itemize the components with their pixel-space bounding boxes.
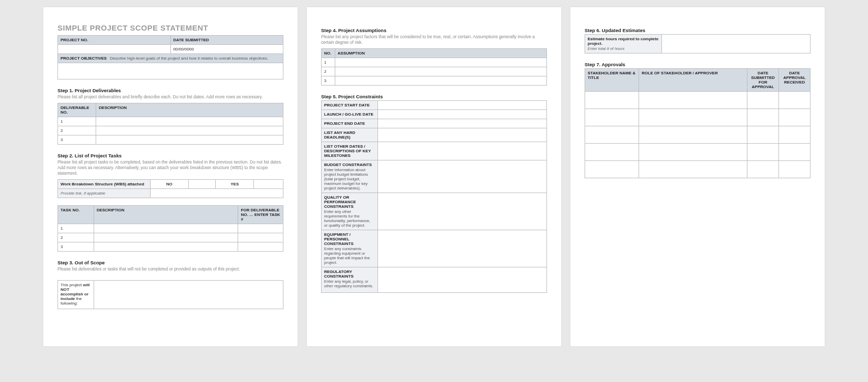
assumption-row-no[interactable]: 2: [322, 67, 335, 76]
deliverables-table: DELIVERABLE NO. DESCRIPTION 1 2 3: [57, 103, 283, 145]
tasks-table: TASK NO. DESCRIPTION FOR DELIVERABLE NO.…: [57, 205, 283, 252]
assumption-row-no[interactable]: 3: [322, 76, 335, 86]
constraint-budget-label: BUDGET CONSTRAINTS Enter information abo…: [322, 160, 378, 193]
constraint-quality-value[interactable]: [378, 193, 546, 230]
constraint-milestones-value[interactable]: [378, 142, 546, 160]
approvals-col-received: DATE APPROVAL RECEIVED: [778, 69, 810, 92]
out-of-scope-table: This project will NOT accomplish or incl…: [57, 280, 283, 309]
task-row-desc[interactable]: [94, 242, 238, 252]
estimates-label: Estimate hours required to complete proj…: [585, 35, 662, 53]
approval-name[interactable]: [585, 161, 639, 178]
document-page-1: SIMPLE PROJECT SCOPE STATEMENT PROJECT N…: [43, 7, 298, 346]
constraint-equipment-value[interactable]: [378, 230, 546, 267]
deliverable-row-desc[interactable]: [96, 117, 283, 126]
approval-role[interactable]: [639, 161, 747, 178]
approval-role[interactable]: [639, 109, 747, 126]
constraint-start-label: PROJECT START DATE: [322, 101, 378, 110]
assumptions-table: NO. ASSUMPTION 1 2 3: [321, 48, 547, 86]
out-of-scope-label: This project will NOT accomplish or incl…: [58, 281, 94, 309]
approval-name[interactable]: [585, 92, 639, 109]
deliverable-row-no[interactable]: 2: [58, 126, 96, 135]
constraint-regulatory-label: REGULATORY CONSTRAINTS Enter any legal, …: [322, 267, 378, 293]
approval-received[interactable]: [778, 161, 810, 178]
project-no-value[interactable]: [58, 45, 171, 54]
wbs-attached-table: Work Breakdown Structure (WBS) attached …: [57, 179, 283, 198]
step7-title: Step 7. Approvals: [585, 62, 811, 67]
deliverable-row-no[interactable]: 1: [58, 117, 96, 126]
assumption-row-text[interactable]: [335, 58, 546, 67]
step1-title: Step 1. Project Deliverables: [57, 88, 283, 93]
wbs-label: Work Breakdown Structure (WBS) attached: [58, 180, 151, 189]
task-row-no[interactable]: 1: [58, 224, 94, 233]
approval-submitted[interactable]: [747, 92, 778, 109]
assumption-row-no[interactable]: 1: [322, 58, 335, 67]
assumption-row-text[interactable]: [335, 67, 546, 76]
constraint-start-value[interactable]: [378, 101, 546, 110]
step3-desc: Please list deliverables or tasks that w…: [57, 266, 283, 272]
task-row-for[interactable]: [238, 233, 283, 242]
constraints-table: PROJECT START DATE LAUNCH / GO-LIVE DATE…: [321, 100, 547, 293]
document-page-2: Step 4. Project Assumptions Please list …: [307, 7, 561, 346]
wbs-yes-check[interactable]: [254, 180, 283, 189]
approval-received[interactable]: [778, 126, 810, 144]
wbs-no-check[interactable]: [188, 180, 215, 189]
approval-role[interactable]: [639, 126, 747, 144]
approval-received[interactable]: [778, 144, 810, 161]
approval-name[interactable]: [585, 109, 639, 126]
approval-role[interactable]: [639, 92, 747, 109]
task-row-for[interactable]: [238, 242, 283, 252]
constraint-deadlines-value[interactable]: [378, 128, 546, 142]
step3-title: Step 3. Out of Scope: [57, 260, 283, 265]
task-row-for[interactable]: [238, 224, 283, 233]
assumptions-col-text: ASSUMPTION: [335, 49, 546, 58]
step2-desc: Please list all project tasks to be comp…: [57, 159, 283, 176]
approval-submitted[interactable]: [747, 109, 778, 126]
assumptions-col-no: NO.: [322, 49, 335, 58]
task-row-no[interactable]: 2: [58, 233, 94, 242]
approvals-col-submitted: DATE SUBMITTED FOR APPROVAL: [747, 69, 778, 92]
constraint-golive-value[interactable]: [378, 110, 546, 119]
objectives-value[interactable]: [58, 63, 283, 79]
approval-name[interactable]: [585, 144, 639, 161]
step4-desc: Please list any project factors that wil…: [321, 34, 547, 45]
approval-role[interactable]: [639, 144, 747, 161]
constraint-end-value[interactable]: [378, 119, 546, 128]
constraint-milestones-label: LIST OTHER DATES / DESCRIPTIONS OF KEY M…: [322, 142, 378, 160]
step6-title: Step 6. Updated Estimates: [585, 28, 811, 33]
constraint-budget-value[interactable]: [378, 160, 546, 193]
approval-submitted[interactable]: [747, 126, 778, 144]
deliverable-row-desc[interactable]: [96, 135, 283, 145]
task-row-desc[interactable]: [94, 224, 238, 233]
date-submitted-header: DATE SUBMITTED: [170, 36, 283, 45]
constraint-end-label: PROJECT END DATE: [322, 119, 378, 128]
approval-submitted[interactable]: [747, 144, 778, 161]
deliverable-row-no[interactable]: 3: [58, 135, 96, 145]
task-row-desc[interactable]: [94, 233, 238, 242]
step4-title: Step 4. Project Assumptions: [321, 28, 547, 33]
objectives-header: PROJECT OBJECTIVES Describe high-level g…: [58, 54, 283, 63]
constraint-regulatory-value[interactable]: [378, 267, 546, 293]
tasks-col-desc: DESCRIPTION: [94, 206, 238, 224]
wbs-yes-label: YES: [216, 180, 254, 189]
approvals-table: STAKEHOLDER NAME & TITLE ROLE OF STAKEHO…: [585, 68, 811, 178]
date-submitted-value[interactable]: 00/00/0000: [170, 45, 283, 54]
approval-received[interactable]: [778, 92, 810, 109]
estimates-table: Estimate hours required to complete proj…: [585, 34, 811, 53]
document-title: SIMPLE PROJECT SCOPE STATEMENT: [57, 23, 283, 32]
constraint-quality-label: QUALITY OR PERFORMANCE CONSTRAINTS Enter…: [322, 193, 378, 230]
approval-name[interactable]: [585, 126, 639, 144]
step1-desc: Please list all project deliverables and…: [57, 94, 283, 100]
estimates-value[interactable]: [661, 35, 810, 53]
approval-received[interactable]: [778, 109, 810, 126]
wbs-link-value[interactable]: [150, 189, 283, 198]
deliverable-row-desc[interactable]: [96, 126, 283, 135]
wbs-no-label: NO: [150, 180, 188, 189]
meta-table: PROJECT NO. DATE SUBMITTED 00/00/0000 PR…: [57, 35, 283, 79]
document-page-3: Step 6. Updated Estimates Estimate hours…: [570, 7, 825, 346]
constraint-golive-label: LAUNCH / GO-LIVE DATE: [322, 110, 378, 119]
approval-submitted[interactable]: [747, 161, 778, 178]
out-of-scope-value[interactable]: [94, 281, 283, 309]
assumption-row-text[interactable]: [335, 76, 546, 86]
constraint-deadlines-label: LIST ANY HARD DEADLINE(S): [322, 128, 378, 142]
task-row-no[interactable]: 3: [58, 242, 94, 252]
